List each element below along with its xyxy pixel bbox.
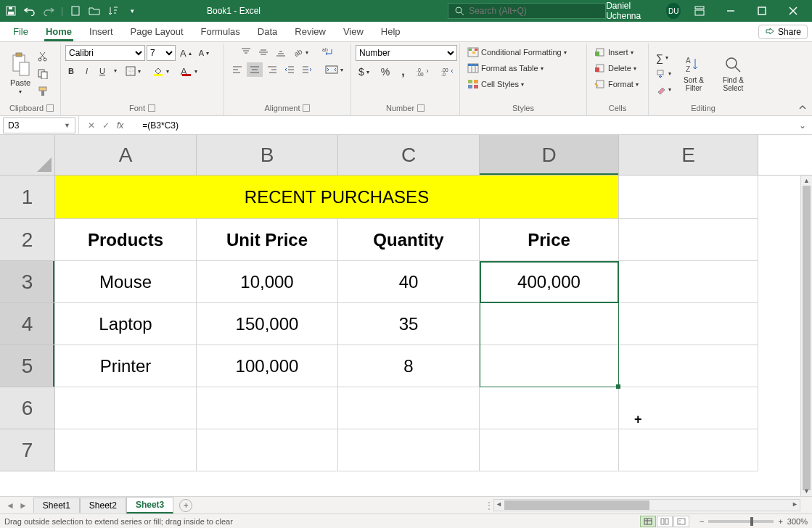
col-header-a[interactable]: A <box>55 135 197 175</box>
ribbon-options-icon[interactable] <box>686 0 712 22</box>
cell-b2[interactable]: Unit Price <box>197 219 338 261</box>
cell-c7[interactable] <box>338 429 480 471</box>
zoom-level[interactable]: 300% <box>787 517 808 526</box>
cell-e2[interactable] <box>619 219 758 261</box>
cell-a4[interactable]: Laptop <box>55 303 197 345</box>
vertical-scrollbar[interactable]: ▲ ▼ <box>800 176 812 496</box>
cell-a2[interactable]: Products <box>55 219 197 261</box>
tab-file[interactable]: File <box>4 23 37 41</box>
italic-button[interactable]: I <box>83 64 91 78</box>
sheet-nav-prev-icon[interactable]: ◄ <box>6 500 15 511</box>
collapse-ribbon-icon[interactable] <box>796 101 809 114</box>
open-file-icon[interactable] <box>88 4 101 17</box>
col-header-d[interactable]: D <box>480 135 619 175</box>
decrease-decimal-button[interactable]: .00.0 <box>438 64 457 80</box>
cell-c4[interactable]: 35 <box>338 303 480 345</box>
row-header-7[interactable]: 7 <box>0 429 55 471</box>
cell-e7[interactable] <box>619 429 758 471</box>
tab-split-handle[interactable]: ⋮ <box>485 501 488 509</box>
number-format-select[interactable]: Number <box>356 45 457 61</box>
font-dialog-icon[interactable] <box>148 104 155 112</box>
row-header-4[interactable]: 4 <box>0 303 55 345</box>
shrink-font-button[interactable]: A▾ <box>196 45 212 61</box>
qat-dropdown-icon[interactable]: ▾ <box>126 4 139 17</box>
cell-b3[interactable]: 10,000 <box>197 261 338 303</box>
comma-button[interactable]: , <box>398 64 407 80</box>
cell-c3[interactable]: 40 <box>338 261 480 303</box>
zoom-slider-thumb[interactable] <box>750 517 753 526</box>
tab-review[interactable]: Review <box>286 23 335 41</box>
view-page-break-button[interactable] <box>673 516 689 527</box>
copy-button[interactable] <box>35 67 51 81</box>
minimize-button[interactable] <box>718 0 743 22</box>
cell-b6[interactable] <box>197 387 338 429</box>
expand-formula-bar-icon[interactable]: ⌄ <box>799 120 812 131</box>
delete-cells-button[interactable]: Delete▾ <box>591 61 639 75</box>
cell-a5[interactable]: Printer <box>55 345 197 387</box>
enter-formula-icon[interactable]: ✓ <box>102 120 110 131</box>
row-header-5[interactable]: 5 <box>0 345 55 387</box>
font-name-select[interactable]: Calibri <box>65 45 145 61</box>
zoom-out-button[interactable]: − <box>700 517 704 526</box>
cell-d3[interactable]: 400,000 <box>480 261 619 303</box>
border-button[interactable]: ▾ <box>123 64 144 78</box>
orientation-button[interactable]: ab▾ <box>290 45 311 59</box>
redo-icon[interactable] <box>42 4 55 17</box>
name-box[interactable]: D3▼ <box>3 117 75 133</box>
insert-cells-button[interactable]: Insert▾ <box>591 45 636 59</box>
increase-decimal-button[interactable]: .0.00 <box>414 64 432 80</box>
clear-button[interactable]: ▾ <box>653 83 674 97</box>
align-bottom-button[interactable] <box>273 45 289 59</box>
fx-icon[interactable]: fx <box>117 120 129 131</box>
grow-font-button[interactable]: A▴ <box>177 45 194 61</box>
paste-button[interactable]: Paste ▾ <box>7 49 33 98</box>
col-header-e[interactable]: E <box>619 135 758 175</box>
user-name[interactable]: Daniel Uchenna <box>606 1 660 21</box>
tab-data[interactable]: Data <box>249 23 286 41</box>
sheet-tab-1[interactable]: Sheet1 <box>33 498 80 513</box>
col-header-c[interactable]: C <box>338 135 480 175</box>
cell-d5[interactable] <box>480 345 619 387</box>
decrease-indent-button[interactable] <box>282 62 298 77</box>
font-color-button[interactable]: A▾ <box>178 64 200 78</box>
bold-button[interactable]: B <box>65 64 77 78</box>
tab-formulas[interactable]: Formulas <box>192 23 249 41</box>
tab-help[interactable]: Help <box>372 23 409 41</box>
sheet-tab-3[interactable]: Sheet3 <box>126 497 173 513</box>
cell-a7[interactable] <box>55 429 197 471</box>
fill-button[interactable]: ▾ <box>653 67 674 81</box>
hscroll-thumb[interactable] <box>504 500 649 510</box>
cell-d6[interactable] <box>480 387 619 429</box>
search-input[interactable] <box>469 6 599 16</box>
user-avatar[interactable]: DU <box>666 3 680 19</box>
clipboard-dialog-icon[interactable] <box>46 104 54 112</box>
scroll-down-icon[interactable]: ▼ <box>801 486 812 496</box>
cell-b4[interactable]: 150,000 <box>197 303 338 345</box>
cell-b7[interactable] <box>197 429 338 471</box>
cell-e5[interactable] <box>619 345 758 387</box>
align-middle-button[interactable] <box>255 45 271 59</box>
alignment-dialog-icon[interactable] <box>303 104 310 112</box>
zoom-slider[interactable] <box>708 520 774 523</box>
cell-styles-button[interactable]: Cell Styles▾ <box>464 77 527 91</box>
name-box-dropdown-icon[interactable]: ▼ <box>64 122 70 129</box>
tab-home[interactable]: Home <box>37 23 81 41</box>
formula-input[interactable] <box>138 117 799 133</box>
align-right-button[interactable] <box>264 62 280 77</box>
align-center-button[interactable] <box>247 62 263 77</box>
sort-icon[interactable] <box>107 4 120 17</box>
cell-d4[interactable] <box>480 303 619 345</box>
cell-e4[interactable] <box>619 303 758 345</box>
format-painter-button[interactable] <box>35 84 51 99</box>
sort-filter-button[interactable]: AZ Sort & Filter <box>676 53 712 95</box>
share-button[interactable]: Share <box>758 25 808 39</box>
find-select-button[interactable]: Find & Select <box>713 53 753 95</box>
underline-button[interactable]: U <box>97 64 108 78</box>
fill-color-button[interactable]: ▾ <box>149 64 172 78</box>
col-header-b[interactable]: B <box>197 135 338 175</box>
cell-d7[interactable] <box>480 429 619 471</box>
cell-c2[interactable]: Quantity <box>338 219 480 261</box>
wrap-text-button[interactable]: ab <box>319 45 337 59</box>
number-dialog-icon[interactable] <box>417 104 425 112</box>
cell-a6[interactable] <box>55 387 197 429</box>
